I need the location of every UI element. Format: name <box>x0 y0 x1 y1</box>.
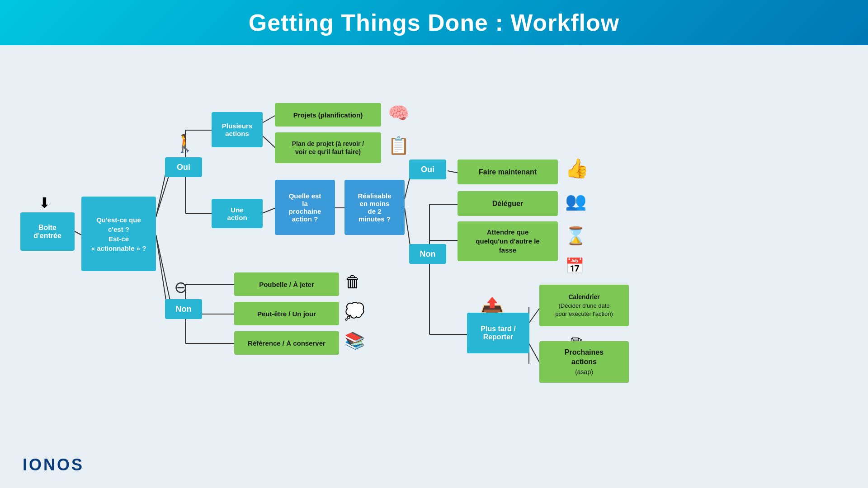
box-non-right: Non <box>409 244 446 264</box>
projets-label: Projets (planification) <box>293 111 363 119</box>
plus-tard-label: Plus tard / Reporter <box>481 325 515 341</box>
calendrier-label: Calendrier(Décider d'une datepour exécut… <box>555 293 613 319</box>
box-poubelle: Poubelle / À jeter <box>234 272 339 296</box>
realisable-label: Réalisable en moins de 2 minutes ? <box>358 192 391 223</box>
svg-line-0 <box>75 231 81 235</box>
box-prochaines-actions: Prochainesactions(asap) <box>539 341 629 383</box>
brain-gear-icon: 🧠 <box>388 103 409 123</box>
plan-projet-label: Plan de projet (à revoir /voir ce qu'il … <box>292 140 364 156</box>
box-projets: Projets (planification) <box>275 103 381 127</box>
svg-line-11 <box>262 208 276 213</box>
thumbs-up-icon: 👍 <box>565 157 589 179</box>
cloud-icon: 💭 <box>344 302 365 321</box>
svg-line-28 <box>529 343 540 364</box>
peut-etre-label: Peut-être / Un jour <box>257 310 316 318</box>
box-plan-projet: Plan de projet (à revoir /voir ce qu'il … <box>275 132 381 163</box>
non-left-label: Non <box>176 305 192 314</box>
faire-maintenant-label: Faire maintenant <box>479 168 537 176</box>
page-title: Getting Things Done : Workflow <box>249 9 620 36</box>
box-deleguer: Déléguer <box>458 191 558 216</box>
logo-text: IONOS <box>23 455 84 474</box>
box-realisable: Réalisable en moins de 2 minutes ? <box>344 180 405 235</box>
box-plus-tard: Plus tard / Reporter <box>467 313 529 353</box>
box-calendrier: Calendrier(Décider d'une datepour exécut… <box>539 285 629 326</box>
header: Getting Things Done : Workflow <box>0 0 868 45</box>
box-une-action: Une action <box>212 199 263 228</box>
box-quelle-est: Quelle est la prochaine action ? <box>275 180 335 235</box>
box-faire-maintenant: Faire maintenant <box>458 160 558 184</box>
boite-entree-label: Boîte d'entrée <box>33 224 61 240</box>
une-action-label: Une action <box>227 206 247 221</box>
box-peut-etre: Peut-être / Un jour <box>234 302 339 325</box>
plusieurs-actions-label: Plusieurs actions <box>222 122 253 137</box>
trash-icon: 🗑 <box>344 272 361 291</box>
main-canvas: Boîte d'entrée ⬇ Qu'est-ce que c'est ? E… <box>0 45 868 488</box>
reference-label: Référence / À conserver <box>248 339 326 347</box>
logo: IONOS <box>23 455 84 474</box>
attendre-label: Attendre quequelqu'un d'autre lefasse <box>476 228 539 255</box>
box-non-left: Non <box>165 299 202 319</box>
box-oui-left: Oui <box>165 157 202 177</box>
svg-line-9 <box>262 115 276 123</box>
calendar-small-icon: 📅 <box>565 257 584 275</box>
quelle-est-label: Quelle est la prochaine action ? <box>289 192 321 223</box>
download-icon: ⬇ <box>38 194 51 211</box>
list-icon: 📋 <box>388 136 409 155</box>
oui-left-label: Oui <box>177 163 190 172</box>
quest-ce-label: Qu'est-ce que c'est ? Est-ce « actionnab… <box>91 215 146 253</box>
box-plusieurs-actions: Plusieurs actions <box>212 112 263 147</box>
svg-line-27 <box>529 307 540 323</box>
hourglass-icon: ⌛ <box>565 226 586 246</box>
oui-right-label: Oui <box>421 165 434 174</box>
box-attendre: Attendre quequelqu'un d'autre lefasse <box>458 221 558 261</box>
box-quest-ce: Qu'est-ce que c'est ? Est-ce « actionnab… <box>81 197 156 271</box>
box-reference: Référence / À conserver <box>234 331 339 355</box>
svg-line-10 <box>262 136 276 148</box>
svg-line-3 <box>156 235 172 309</box>
poubelle-label: Poubelle / À jeter <box>259 281 314 288</box>
box-boite-entree: Boîte d'entrée <box>20 212 75 251</box>
books-icon: 📚 <box>344 331 365 350</box>
minus-icon: ⊖ <box>174 278 188 297</box>
deleguer-label: Déléguer <box>492 200 523 208</box>
walk-icon: 🚶 <box>174 133 195 153</box>
prochaines-actions-label: Prochainesactions(asap) <box>565 347 604 377</box>
non-right-label: Non <box>420 249 436 259</box>
box-oui-right: Oui <box>409 160 446 179</box>
meeting-icon: 👥 <box>565 191 586 211</box>
svg-line-4 <box>156 235 167 309</box>
